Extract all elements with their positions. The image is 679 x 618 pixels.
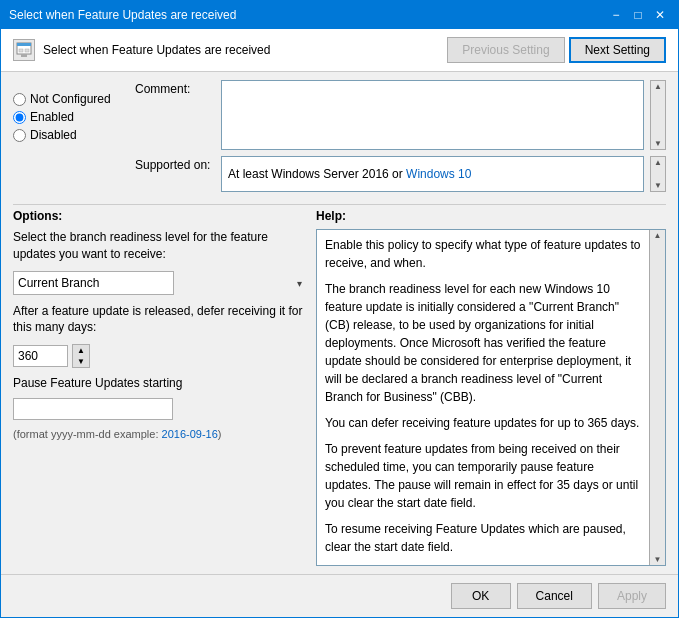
help-text: Enable this policy to specify what type … <box>317 230 649 565</box>
divider <box>13 204 666 205</box>
title-bar: Select when Feature Updates are received… <box>1 1 678 29</box>
content-area: Not Configured Enabled Disabled Comment: <box>1 72 678 574</box>
help-paragraph: To prevent feature updates from being re… <box>325 440 641 512</box>
svg-rect-2 <box>19 49 23 52</box>
help-paragraph: If you disable or do not configure this … <box>325 564 641 565</box>
next-setting-button[interactable]: Next Setting <box>569 37 666 63</box>
supported-row: Supported on: At least Windows Server 20… <box>135 156 666 192</box>
help-content-wrapper: Enable this policy to specify what type … <box>316 229 666 566</box>
help-header: Help: <box>316 209 666 223</box>
supported-text: At least Windows Server 2016 or Windows … <box>228 167 471 181</box>
maximize-button[interactable]: □ <box>628 5 648 25</box>
svg-rect-1 <box>17 43 31 46</box>
help-scroll-down[interactable]: ▼ <box>654 555 662 564</box>
spinner-buttons: ▲ ▼ <box>72 344 90 368</box>
policy-icon <box>13 39 35 61</box>
apply-button[interactable]: Apply <box>598 583 666 609</box>
options-content: Select the branch readiness level for th… <box>13 229 308 566</box>
svg-rect-3 <box>25 49 29 52</box>
comment-label: Comment: <box>135 80 215 96</box>
supported-label: Supported on: <box>135 156 215 172</box>
defer-label: After a feature update is released, defe… <box>13 303 308 337</box>
ok-button[interactable]: OK <box>451 583 511 609</box>
spin-up-button[interactable]: ▲ <box>73 345 89 356</box>
close-button[interactable]: ✕ <box>650 5 670 25</box>
header-policy-title: Select when Feature Updates are received <box>43 43 270 57</box>
comment-scrollbar[interactable]: ▲ ▼ <box>650 80 666 150</box>
branch-desc: Select the branch readiness level for th… <box>13 229 308 263</box>
spin-down-button[interactable]: ▼ <box>73 356 89 367</box>
comment-row: Comment: ▲ ▼ <box>135 80 666 150</box>
scroll-up-arrow[interactable]: ▲ <box>654 82 662 91</box>
options-panel: Options: Select the branch readiness lev… <box>13 209 308 566</box>
cancel-button[interactable]: Cancel <box>517 583 592 609</box>
title-bar-controls: − □ ✕ <box>606 5 670 25</box>
radio-group: Not Configured Enabled Disabled <box>13 80 123 192</box>
dropdown-row: Current BranchCurrent Branch for Busines… <box>13 271 308 295</box>
supported-scroll-up[interactable]: ▲ <box>654 158 662 167</box>
scroll-down-arrow[interactable]: ▼ <box>654 139 662 148</box>
disabled-input[interactable] <box>13 129 26 142</box>
spinner-row: 360 ▲ ▼ <box>13 344 308 368</box>
svg-rect-4 <box>21 54 27 57</box>
options-help-section: Options: Select the branch readiness lev… <box>13 209 666 566</box>
help-paragraph: Enable this policy to specify what type … <box>325 236 641 272</box>
comment-supported-group: Comment: ▲ ▼ Supported on: At least Wind… <box>135 80 666 192</box>
not-configured-input[interactable] <box>13 93 26 106</box>
pause-date-input[interactable] <box>13 398 173 420</box>
dropdown-wrapper: Current BranchCurrent Branch for Busines… <box>13 271 308 295</box>
help-paragraph: You can defer receiving feature updates … <box>325 414 641 432</box>
prev-setting-button[interactable]: Previous Setting <box>447 37 564 63</box>
help-paragraph: To resume receiving Feature Updates whic… <box>325 520 641 556</box>
not-configured-radio[interactable]: Not Configured <box>13 92 123 106</box>
top-section: Not Configured Enabled Disabled Comment: <box>13 80 666 192</box>
main-window: Select when Feature Updates are received… <box>0 0 679 618</box>
help-scrollbar[interactable]: ▲ ▼ <box>649 230 665 565</box>
format-hint: (format yyyy-mm-dd example: 2016-09-16) <box>13 428 308 440</box>
help-paragraph: The branch readiness level for each new … <box>325 280 641 406</box>
disabled-radio[interactable]: Disabled <box>13 128 123 142</box>
branch-dropdown[interactable]: Current BranchCurrent Branch for Busines… <box>13 271 174 295</box>
supported-scroll-down[interactable]: ▼ <box>654 181 662 190</box>
supported-scrollbar[interactable]: ▲ ▼ <box>650 156 666 192</box>
help-scroll-up[interactable]: ▲ <box>654 231 662 240</box>
pause-label: Pause Feature Updates starting <box>13 376 308 390</box>
defer-days-input[interactable]: 360 <box>13 345 68 367</box>
enabled-radio[interactable]: Enabled <box>13 110 123 124</box>
supported-box: At least Windows Server 2016 or Windows … <box>221 156 644 192</box>
options-header: Options: <box>13 209 308 223</box>
header-section: Select when Feature Updates are received… <box>1 29 678 72</box>
minimize-button[interactable]: − <box>606 5 626 25</box>
comment-textarea[interactable] <box>221 80 644 150</box>
nav-buttons: Previous Setting Next Setting <box>447 37 666 63</box>
help-panel: Help: Enable this policy to specify what… <box>316 209 666 566</box>
bottom-bar: OK Cancel Apply <box>1 574 678 617</box>
enabled-input[interactable] <box>13 111 26 124</box>
header-title-group: Select when Feature Updates are received <box>13 39 270 61</box>
window-title: Select when Feature Updates are received <box>9 8 236 22</box>
